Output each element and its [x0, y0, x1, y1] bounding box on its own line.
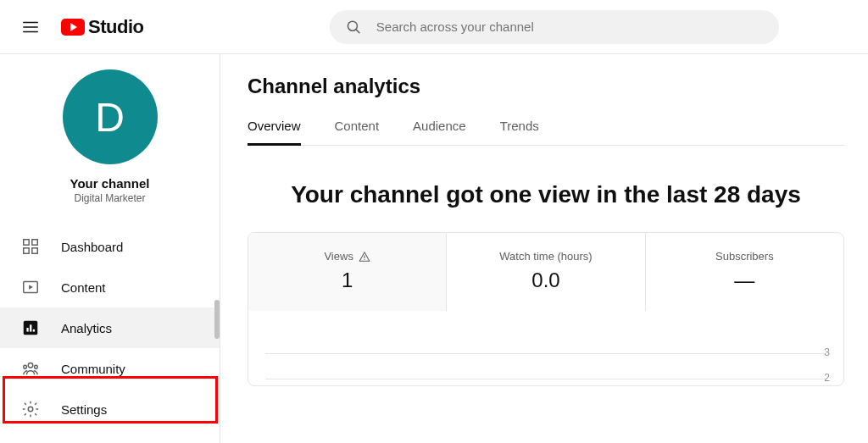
sidebar-item-label: Content [61, 280, 106, 295]
y-tick: 2 [824, 372, 830, 384]
headline-summary: Your channel got one view in the last 28… [248, 181, 844, 208]
sidebar-item-label: Settings [61, 402, 107, 417]
metric-views[interactable]: Views 1 [248, 233, 447, 311]
metrics-card: Views 1 Watch time (hours) 0.0 Subscribe… [248, 232, 844, 386]
search-bar[interactable] [330, 10, 779, 44]
svg-point-10 [28, 363, 33, 368]
metric-label: Subscribers [715, 250, 774, 263]
svg-rect-3 [24, 248, 29, 253]
search-container [330, 10, 779, 44]
layout: D Your channel Digital Marketer Dashboar… [0, 54, 868, 443]
search-icon [345, 18, 362, 36]
dashboard-icon [20, 236, 41, 257]
hamburger-icon [21, 18, 40, 36]
channel-subtitle: Digital Marketer [14, 192, 206, 204]
y-tick: 3 [824, 346, 830, 358]
metric-value: 0.0 [455, 269, 636, 292]
svg-point-14 [364, 258, 364, 259]
analytics-icon [20, 318, 41, 338]
sidebar-item-analytics[interactable]: Analytics [0, 307, 220, 348]
metric-label: Watch time (hours) [499, 250, 592, 263]
app-header: Studio [0, 0, 868, 54]
main-content: Channel analytics Overview Content Audie… [220, 54, 868, 443]
sidebar-item-settings[interactable]: Settings [0, 389, 220, 429]
youtube-play-icon [61, 19, 85, 36]
warning-icon [359, 251, 370, 263]
metric-subscribers[interactable]: Subscribers — [646, 233, 843, 311]
tab-overview[interactable]: Overview [248, 119, 301, 145]
sidebar-item-label: Community [61, 362, 125, 376]
svg-point-11 [24, 365, 27, 368]
metric-watch-time[interactable]: Watch time (hours) 0.0 [447, 233, 645, 311]
chart-gridline: 2 [265, 379, 826, 386]
sidebar-scrollbar[interactable] [214, 300, 220, 339]
sidebar-item-label: Analytics [61, 321, 112, 335]
svg-rect-7 [26, 328, 28, 332]
menu-button[interactable] [14, 10, 47, 44]
views-chart: 3 2 [248, 311, 843, 385]
tab-trends[interactable]: Trends [500, 119, 539, 145]
svg-rect-2 [32, 240, 37, 245]
svg-rect-1 [24, 240, 29, 245]
chart-gridline: 3 [265, 353, 826, 379]
svg-rect-9 [33, 329, 35, 332]
svg-point-0 [348, 21, 358, 30]
channel-card[interactable]: D Your channel Digital Marketer [0, 69, 220, 213]
tab-audience[interactable]: Audience [413, 119, 466, 145]
svg-rect-4 [32, 248, 37, 253]
sidebar-item-dashboard[interactable]: Dashboard [0, 226, 220, 267]
sidebar: D Your channel Digital Marketer Dashboar… [0, 54, 220, 443]
svg-point-12 [35, 365, 38, 368]
metric-label: Views [324, 250, 370, 263]
svg-point-13 [28, 407, 33, 412]
tab-content[interactable]: Content [335, 119, 380, 145]
channel-title: Your channel [14, 176, 206, 191]
search-input[interactable] [376, 19, 765, 34]
community-icon [20, 358, 41, 379]
page-title: Channel analytics [248, 75, 844, 98]
metric-value: 1 [257, 269, 437, 292]
gear-icon [20, 399, 41, 419]
logo-text: Studio [88, 16, 143, 38]
studio-logo[interactable]: Studio [61, 16, 143, 38]
content-icon [20, 277, 41, 297]
metrics-row: Views 1 Watch time (hours) 0.0 Subscribe… [248, 233, 843, 311]
channel-avatar: D [63, 69, 158, 164]
analytics-tabs: Overview Content Audience Trends [248, 119, 844, 146]
sidebar-item-content[interactable]: Content [0, 267, 220, 307]
sidebar-item-community[interactable]: Community [0, 348, 220, 389]
sidebar-nav: Dashboard Content Analytics Community Se… [0, 226, 220, 429]
sidebar-item-label: Dashboard [61, 240, 123, 254]
metric-value: — [654, 269, 835, 292]
svg-rect-8 [30, 324, 31, 331]
